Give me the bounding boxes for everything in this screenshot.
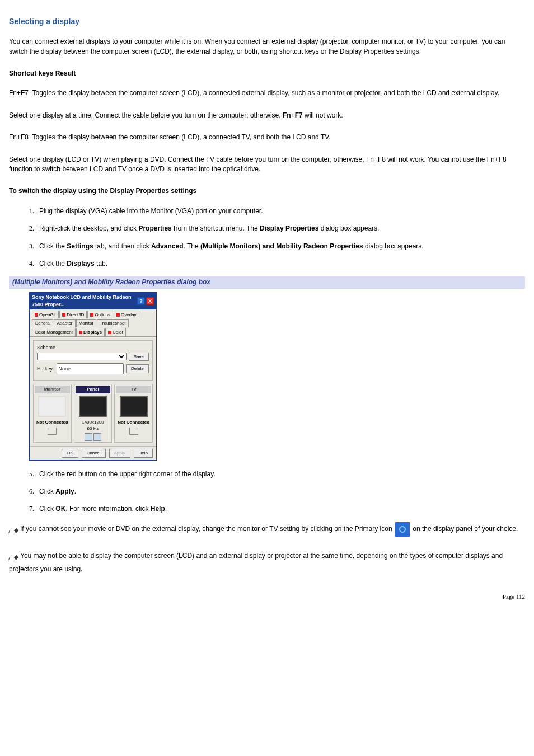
dialog-titlebar: Sony Notebook LCD and Mobility Radeon 75… <box>30 293 156 309</box>
step-3: Click the Settings tab, and then click A… <box>36 242 525 251</box>
tab-general[interactable]: General <box>32 319 53 327</box>
tab-displays[interactable]: Displays <box>76 328 105 336</box>
monitor-toggle[interactable] <box>48 428 57 434</box>
fn-f8-label: Fn+F8 <box>9 133 29 141</box>
delete-button[interactable]: Delete <box>126 364 149 373</box>
tv-head: TV <box>116 386 151 393</box>
tab-adapter[interactable]: Adapter <box>54 319 75 327</box>
panel-res: 1400x1200 <box>76 419 111 426</box>
fn-f7-desc: Toggles the display between the computer… <box>32 89 499 97</box>
note-icon <box>9 552 18 560</box>
step-5: Click the red button on the upper right … <box>36 469 525 479</box>
fn-f7-label: Fn+F7 <box>9 89 29 97</box>
hotkey-label: Hotkey: <box>37 365 54 373</box>
dialog-footer: OK Cancel Apply Help <box>30 446 156 460</box>
save-button[interactable]: Save <box>129 353 149 361</box>
note-1: If you cannot see your movie or DVD on t… <box>9 522 525 537</box>
dialog-body: Scheme Save Hotkey: Delete Monitor Not C… <box>30 336 156 446</box>
tv-column: TV Not Connected <box>114 384 153 443</box>
display-columns: Monitor Not Connected Panel 1400x1200 60… <box>33 384 153 443</box>
step-6: Click Apply. <box>36 487 525 496</box>
page-title: Selecting a display <box>9 16 525 27</box>
monitor-status: Not Connected <box>35 419 70 426</box>
primary-icon <box>395 522 410 537</box>
procedure-header: To switch the display using the Display … <box>9 186 525 196</box>
fn-f7-row: Fn+F7 Toggles the display between the co… <box>9 88 525 98</box>
tab-overlay[interactable]: Overlay <box>114 311 139 319</box>
tv-toggle[interactable] <box>129 428 138 434</box>
tab-troubleshoot[interactable]: Troubleshoot <box>97 319 128 327</box>
panel-hz: 60 Hz <box>76 425 111 432</box>
clone-toggle-icon[interactable] <box>93 433 101 441</box>
fn-f7-note: Select one display at a time. Connect th… <box>9 111 525 120</box>
tab-options[interactable]: Options <box>87 311 113 319</box>
panel-icon <box>79 396 107 417</box>
properties-dialog: Sony Notebook LCD and Mobility Radeon 75… <box>29 292 157 461</box>
scheme-label: Scheme <box>37 344 149 351</box>
fn-f8-desc: Toggles the display between the computer… <box>32 133 330 141</box>
step-1: Plug the display (VGA) cable into the Mo… <box>36 206 525 216</box>
tab-monitor[interactable]: Monitor <box>76 319 97 327</box>
dialog-caption: (Multiple Monitors) and Mobility Radeon … <box>9 276 525 288</box>
panel-column: Panel 1400x1200 60 Hz <box>74 384 113 443</box>
fn-f8-note: Select one display (LCD or TV) when play… <box>9 155 525 175</box>
tab-color-mgmt[interactable]: Color Management <box>32 328 76 336</box>
shortcut-keys-header: Shortcut keys Result <box>9 69 525 78</box>
tv-status: Not Connected <box>116 419 151 426</box>
apply-button[interactable]: Apply <box>109 449 130 458</box>
intro-paragraph: You can connect external displays to you… <box>9 37 525 57</box>
page-number: Page 112 <box>9 593 525 602</box>
fn-f8-row: Fn+F8 Toggles the display between the co… <box>9 133 525 142</box>
tab-opengl[interactable]: OpenGL <box>32 311 59 319</box>
steps-list-1: Plug the display (VGA) cable into the Mo… <box>9 206 525 269</box>
help-icon[interactable]: ? <box>137 297 145 305</box>
tv-icon <box>120 396 148 417</box>
hotkey-input[interactable] <box>57 363 124 374</box>
steps-list-2: Click the red button on the upper right … <box>9 469 525 514</box>
step-7: Click OK. For more information, click He… <box>36 504 525 514</box>
scheme-select[interactable] <box>37 353 127 360</box>
scheme-group: Scheme Save Hotkey: Delete <box>33 340 153 381</box>
primary-toggle-icon[interactable] <box>85 433 92 441</box>
tab-color[interactable]: Color <box>105 328 126 336</box>
close-icon[interactable]: X <box>146 297 154 305</box>
step-4: Click the Displays tab. <box>36 259 525 269</box>
tab-direct3d[interactable]: Direct3D <box>59 311 87 319</box>
monitor-column: Monitor Not Connected <box>33 384 72 443</box>
note-icon <box>9 525 18 533</box>
ok-button[interactable]: OK <box>62 449 78 458</box>
dialog-title-text: Sony Notebook LCD and Mobility Radeon 75… <box>32 294 137 308</box>
step-2: Right-click the desktop, and click Prope… <box>36 224 525 233</box>
help-button[interactable]: Help <box>134 449 153 458</box>
cancel-button[interactable]: Cancel <box>82 449 106 458</box>
monitor-head: Monitor <box>35 386 70 393</box>
note-2: You may not be able to display the compu… <box>9 549 525 576</box>
monitor-icon <box>38 396 66 417</box>
dialog-tabs: OpenGL Direct3D Options Overlay General … <box>30 309 156 336</box>
panel-head: Panel <box>76 386 111 393</box>
